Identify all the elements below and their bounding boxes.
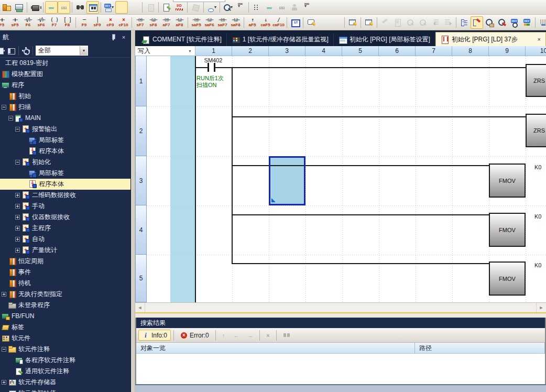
delete-horizontal-line-button[interactable]: ×cF9 — [104, 15, 117, 29]
result-column-header[interactable]: 路径 — [415, 343, 545, 353]
open-contact-button[interactable]: ⊣⊢F5 — [0, 15, 8, 29]
tree-item-device-initial-value[interactable]: 软元件初始值 — [0, 388, 130, 392]
tree-expander-icon[interactable]: + — [15, 215, 20, 220]
delete-row-button[interactable] — [442, 16, 454, 29]
ladder-row-number-cell[interactable]: 3 — [135, 156, 147, 205]
device-find-monitor-button[interactable] — [508, 16, 521, 29]
st-inline-button[interactable] — [289, 16, 301, 29]
read-ladder-button[interactable] — [404, 16, 417, 29]
falling-pulse-close-button[interactable]: ⊣↓⊢aF8 — [173, 15, 186, 29]
tree-item-main-program[interactable]: +主程序 — [0, 223, 130, 234]
project-tree-button[interactable] — [0, 1, 13, 14]
tree-item-qr-data-receive[interactable]: +二维码数据接收 — [0, 190, 130, 201]
find-window-button[interactable] — [86, 1, 99, 14]
ladder-column-header-cell[interactable]: 9 — [489, 46, 526, 56]
tree-item-auto[interactable]: +自动 — [0, 234, 130, 245]
tree-expander-icon[interactable]: + — [15, 237, 20, 242]
closed-contact-button[interactable]: ⊣/⊢F6 — [21, 15, 35, 29]
zoom-button[interactable]: ▼ — [222, 1, 234, 14]
tree-item-unregistered-program[interactable]: 未登录程序 — [0, 300, 130, 311]
tree-item-production-stats[interactable]: +产量统计 — [0, 245, 130, 256]
contact-comment-button[interactable] — [318, 16, 330, 29]
tree-item-scan[interactable]: −扫描 — [0, 102, 130, 113]
outline-edit-button[interactable] — [471, 16, 483, 29]
tree-item-constant-cycle[interactable]: 恒定周期 — [0, 256, 130, 267]
tree-item-main[interactable]: −MAIN — [0, 113, 130, 124]
write-mode-cell[interactable]: 写入 ▼ — [135, 46, 195, 56]
ladder-column-header-cell[interactable]: 4 — [305, 46, 342, 56]
insert-row-button[interactable] — [429, 16, 442, 29]
selected-cell-cursor[interactable] — [269, 156, 305, 205]
tree-item-device[interactable]: 软元件 — [0, 333, 130, 344]
device-batch-monitor-button[interactable] — [115, 1, 128, 14]
tree-expander-icon[interactable]: + — [15, 248, 20, 253]
properties-button[interactable] — [144, 1, 157, 14]
find-contact-coil-button[interactable] — [483, 16, 496, 29]
parallel-open-contact-button[interactable]: ⊣⊢sF5 — [8, 15, 21, 29]
search-again-button[interactable] — [279, 330, 294, 341]
scroll-right-icon[interactable]: ► — [536, 303, 546, 312]
module-configuration-button[interactable] — [29, 1, 41, 14]
tree-item-instrument-data-receive[interactable]: +仪器数据接收 — [0, 212, 130, 223]
device-display-button[interactable]: ▼ — [205, 1, 218, 14]
tree-item-program-body-1[interactable]: 程序本体 — [0, 146, 130, 157]
program-window-button[interactable] — [45, 1, 58, 14]
ladder-row-number-cell[interactable]: 2 — [135, 106, 147, 156]
clear-results-button[interactable]: × — [263, 330, 273, 341]
undo-edit-button[interactable] — [379, 16, 391, 29]
window-menu-button[interactable] — [250, 1, 263, 14]
horizontal-line-button[interactable]: ─F9 — [78, 15, 91, 29]
jump-previous-button[interactable]: ← — [230, 330, 243, 341]
tree-item-project[interactable]: 工程 0819-密封 — [0, 58, 130, 69]
application-instruction-button[interactable]: [ ]F8 — [61, 15, 74, 29]
jump-next-button[interactable]: → — [244, 330, 257, 341]
close-icon[interactable]: × — [119, 33, 128, 41]
rising-pulse-close-button[interactable]: ⊣↑⊢aF7 — [160, 15, 173, 29]
vertical-line-button[interactable]: │sF9 — [91, 15, 104, 29]
pane-splitter[interactable] — [131, 30, 135, 392]
invert-result-button[interactable]: ↑aF5 — [246, 15, 259, 29]
tree-item-device-comment[interactable]: −软元件注释 — [0, 344, 130, 355]
pulse-result-button[interactable]: ↓caF5 — [259, 15, 272, 29]
ladder-column-header-cell[interactable]: 1 — [195, 46, 232, 56]
tab-local-label-setting[interactable]: 初始化 [PRG] [局部标签设置] — [334, 33, 435, 46]
parallel-rising-pulse-button[interactable]: ⊣↑⊢saF5 — [190, 15, 203, 29]
paste-button[interactable] — [189, 1, 202, 14]
info-filter-button[interactable]: Info:0 — [138, 330, 171, 341]
delete-vertical-line-button[interactable]: ×cF10 — [117, 15, 130, 29]
tree-item-program-body-2[interactable]: 程序本体 — [0, 179, 130, 190]
result-column-header[interactable]: 对象一览 — [136, 343, 415, 353]
chevron-down-icon[interactable]: ▼ — [80, 46, 88, 55]
device-test-button[interactable] — [521, 16, 533, 29]
docking-window-button[interactable] — [276, 1, 288, 14]
tab-batch-monitor[interactable]: 1 [软元件/缓冲存储器批量监视] — [227, 33, 334, 46]
tree-item-fb-fun[interactable]: FB/FUN — [0, 311, 130, 322]
scroll-left-icon[interactable]: ◄ — [135, 303, 145, 312]
gear-icon[interactable] — [21, 47, 30, 55]
ladder-canvas[interactable]: SM402 (0) RUN后1次 扫描ON 12345ZRSZRSFMOVK0F… — [135, 56, 546, 302]
tree-item-alarm-output[interactable]: −报警输出 — [0, 124, 130, 135]
tree-item-manual[interactable]: +手动 — [0, 201, 130, 212]
comment-window-button[interactable] — [58, 1, 70, 14]
ladder-row-number-cell[interactable]: 5 — [135, 255, 147, 302]
jump-first-button[interactable]: ↑ — [219, 330, 229, 341]
ladder-column-header-cell[interactable]: 7 — [416, 46, 452, 56]
instruction-box-fmov-row4[interactable]: FMOV — [489, 213, 526, 247]
tree-expander-icon[interactable]: − — [15, 127, 20, 132]
tree-item-device-memory[interactable]: +软元件存储器 — [0, 377, 130, 388]
toolbar-overflow-button-2[interactable] — [301, 1, 313, 14]
device-comment-edit-button[interactable] — [305, 16, 318, 29]
read-document-button[interactable] — [391, 16, 404, 29]
tree-item-no-exec-type[interactable]: +无执行类型指定 — [0, 289, 130, 300]
tree-item-label[interactable]: 标签 — [0, 322, 130, 333]
comment-edit-button[interactable] — [160, 1, 173, 14]
save-project-button[interactable] — [13, 1, 25, 14]
invert-operation-button[interactable]: ∕caF10 — [272, 15, 285, 29]
instruction-box-fmov-row3[interactable]: FMOV — [489, 164, 526, 198]
insert-column-button[interactable] — [537, 16, 546, 29]
tree-item-local-label-1[interactable]: 局部标签 — [0, 135, 130, 146]
tree-item-event[interactable]: 事件 — [0, 267, 130, 278]
user-management-button[interactable] — [288, 1, 301, 14]
tree-expander-icon[interactable]: + — [15, 193, 20, 198]
filter-combobox[interactable]: 全部 ▼ — [36, 46, 88, 56]
